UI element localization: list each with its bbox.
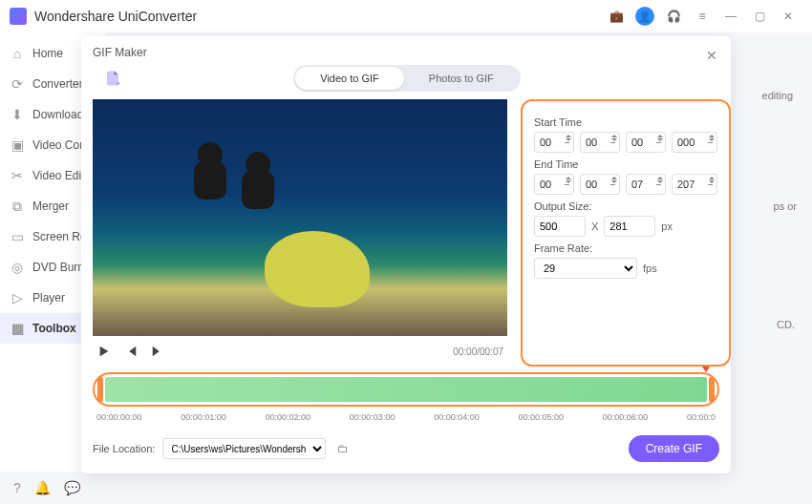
width-input[interactable] <box>534 216 586 237</box>
start-sec-input[interactable]: 00 <box>626 132 666 153</box>
end-hour-input[interactable]: 00 <box>534 174 574 195</box>
grid-icon: ▦ <box>10 321 25 336</box>
settings-panel: Start Time 00 00 00 000 End Time 00 00 0… <box>521 99 731 367</box>
dialog-title: GIF Maker <box>93 46 719 59</box>
create-gif-button[interactable]: Create GIF <box>629 435 719 462</box>
compress-icon: ▣ <box>10 137 25 153</box>
fps-label: fps <box>643 262 657 274</box>
merge-icon: ⧉ <box>10 199 25 214</box>
open-folder-button[interactable]: 🗀 <box>333 439 353 458</box>
tick-label: 00:00:0 <box>687 412 716 422</box>
tick-label: 00:00:04:00 <box>434 412 480 422</box>
prev-frame-button[interactable] <box>123 344 139 359</box>
framerate-label: Frame Rate: <box>534 242 717 254</box>
tick-label: 00:00:05:00 <box>518 412 564 422</box>
close-icon[interactable]: ✕ <box>779 7 798 26</box>
end-min-input[interactable]: 00 <box>580 174 620 195</box>
output-size-label: Output Size: <box>534 200 717 212</box>
start-hour-input[interactable]: 00 <box>534 132 574 153</box>
end-ms-input[interactable]: 207 <box>672 174 717 195</box>
headset-icon[interactable]: 🎧 <box>664 7 683 26</box>
video-preview[interactable] <box>93 99 507 336</box>
content-area: editing ps or CD. GIF Maker ✕ + Video to… <box>105 32 812 472</box>
file-location-select[interactable]: C:\Users\ws\Pictures\Wondersh <box>162 438 326 459</box>
preview-panel: 00:00/00:07 <box>93 99 507 367</box>
framerate-select[interactable]: 29 <box>534 258 637 279</box>
timeline <box>93 372 719 407</box>
sidebar-item-label: Home <box>32 47 63 60</box>
height-input[interactable] <box>604 216 655 237</box>
timeline-ticks: 00:00:00:00 00:00:01:00 00:00:02:00 00:0… <box>93 407 719 422</box>
bg-text: ps or <box>774 200 797 212</box>
sidebar-item-label: Toolbox <box>32 322 76 335</box>
download-icon: ⬇ <box>10 107 25 122</box>
maximize-icon[interactable]: ▢ <box>750 7 769 26</box>
titlebar: Wondershare UniConverter 💼 👤 🎧 ≡ — ▢ ✕ <box>0 0 812 32</box>
gift-icon[interactable]: 💼 <box>607 7 626 26</box>
file-plus-icon: + <box>104 70 121 87</box>
next-frame-button[interactable] <box>150 344 165 359</box>
refresh-icon: ⟳ <box>10 76 25 92</box>
svg-text:+: + <box>117 79 121 88</box>
app-title: Wondershare UniConverter <box>34 9 197 24</box>
tick-label: 00:00:03:00 <box>350 412 395 422</box>
help-icon[interactable]: ? <box>13 480 21 495</box>
end-time-label: End Time <box>534 158 717 170</box>
gif-maker-dialog: GIF Maker ✕ + Video to GIF Photos to GIF <box>81 36 731 473</box>
minimize-icon[interactable]: — <box>721 7 740 26</box>
home-icon: ⌂ <box>10 46 25 61</box>
tab-photos-to-gif[interactable]: Photos to GIF <box>404 67 519 90</box>
tick-label: 00:00:02:00 <box>266 412 311 422</box>
trim-end-handle[interactable] <box>709 377 715 402</box>
timeline-area: 00:00:00:00 00:00:01:00 00:00:02:00 00:0… <box>93 372 719 422</box>
account-icon[interactable]: 👤 <box>635 7 654 26</box>
x-label: X <box>591 220 598 232</box>
chat-icon[interactable]: 💬 <box>64 480 80 495</box>
bell-icon[interactable]: 🔔 <box>34 480 51 495</box>
timeline-track[interactable] <box>105 377 707 402</box>
sidebar-item-label: Converter <box>32 77 83 91</box>
bg-text: editing <box>762 90 793 101</box>
play-icon: ▷ <box>10 290 25 305</box>
start-time-label: Start Time <box>534 116 717 128</box>
record-icon: ▭ <box>10 229 25 244</box>
tick-label: 00:00:00:00 <box>96 412 142 422</box>
scissors-icon: ✂ <box>10 168 25 183</box>
close-icon[interactable]: ✕ <box>706 48 717 63</box>
tick-label: 00:00:01:00 <box>181 412 226 422</box>
start-ms-input[interactable]: 000 <box>672 132 717 153</box>
add-media-button[interactable]: + <box>102 68 123 89</box>
px-label: px <box>661 220 673 232</box>
tick-label: 00:00:06:00 <box>603 412 649 422</box>
time-display: 00:00/00:07 <box>453 346 503 357</box>
disc-icon: ◎ <box>10 260 25 275</box>
bg-text: CD. <box>777 319 795 330</box>
file-location-label: File Location: <box>93 443 155 454</box>
tab-video-to-gif[interactable]: Video to GIF <box>295 67 404 90</box>
sidebar-item-label: Merger <box>32 200 69 213</box>
trim-start-handle[interactable] <box>97 377 103 402</box>
mode-tabs: Video to GIF Photos to GIF <box>293 65 520 92</box>
player-controls: 00:00/00:07 <box>93 336 507 367</box>
app-logo <box>10 8 27 25</box>
statusbar: ? 🔔 💬 <box>0 472 94 504</box>
sidebar-item-label: Player <box>32 291 65 304</box>
start-min-input[interactable]: 00 <box>580 132 620 153</box>
menu-icon[interactable]: ≡ <box>693 7 712 26</box>
end-sec-input[interactable]: 07 <box>626 174 666 195</box>
play-button[interactable] <box>96 344 112 359</box>
